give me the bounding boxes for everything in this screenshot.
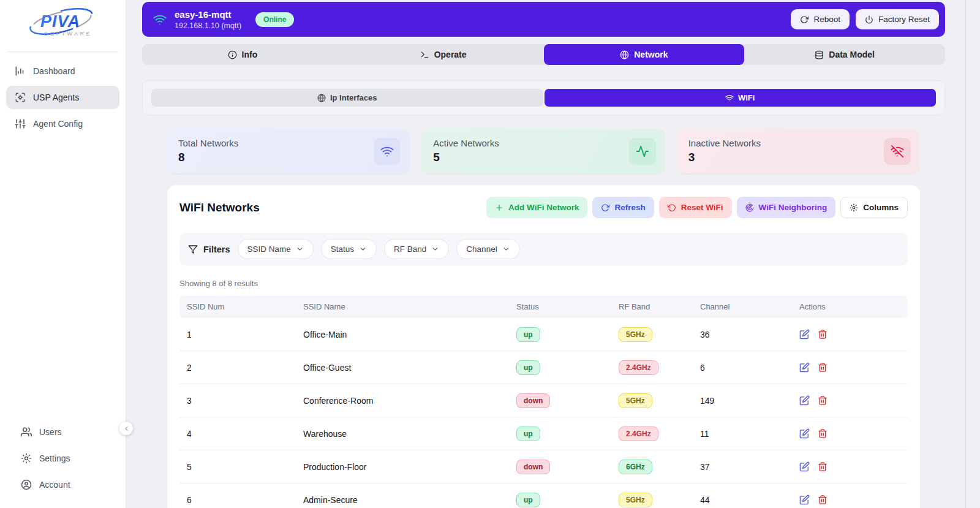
- wifi-off-icon: [891, 145, 904, 158]
- factory-reset-button[interactable]: Factory Reset: [856, 9, 939, 29]
- rf-band-badge: 5GHz: [619, 493, 652, 507]
- cell-status: down: [516, 460, 619, 474]
- device-header: easy-16-mqtt 192.168.1.10 (mqtt) Online …: [142, 2, 945, 37]
- add-wifi-network-button[interactable]: Add WiFi Network: [486, 197, 587, 218]
- chevron-down-icon: [431, 245, 439, 253]
- sidebar-item-account[interactable]: Account: [12, 473, 113, 496]
- cell-rf-band: 5GHz: [619, 327, 700, 342]
- cell-channel: 44: [700, 495, 799, 505]
- sidebar-item-label: Dashboard: [33, 66, 75, 76]
- cell-ssid-num: 3: [187, 396, 303, 406]
- rotate-ccw-icon: [668, 203, 676, 212]
- reset-wifi-button[interactable]: Reset WiFi: [659, 197, 732, 218]
- cell-ssid-name: Production-Floor: [303, 462, 516, 472]
- stat-value: 5: [433, 151, 499, 164]
- tab-data-model[interactable]: Data Model: [744, 44, 945, 65]
- sidebar-footer-nav: Users Settings Account: [6, 413, 119, 499]
- cell-channel: 11: [700, 429, 799, 439]
- edit-icon[interactable]: [799, 495, 810, 505]
- rf-band-badge: 5GHz: [619, 393, 652, 408]
- stat-card-active-networks: Active Networks 5: [422, 129, 665, 173]
- refresh-button[interactable]: Refresh: [592, 197, 654, 218]
- edit-icon[interactable]: [799, 461, 810, 472]
- sidebar-item-dashboard[interactable]: Dashboard: [6, 59, 119, 83]
- sidebar-item-usp-agents[interactable]: USP Agents: [6, 86, 119, 109]
- info-icon: [228, 50, 237, 59]
- cell-channel: 37: [700, 462, 799, 472]
- cell-status: up: [516, 493, 619, 507]
- subtab-wifi[interactable]: WiFi: [545, 89, 937, 107]
- database-icon: [815, 50, 824, 59]
- edit-icon[interactable]: [799, 428, 810, 439]
- terminal-icon: [420, 50, 429, 59]
- refresh-icon: [601, 203, 609, 212]
- trash-icon[interactable]: [818, 362, 827, 373]
- brand-logo: PIVA SOFTWARE: [26, 7, 100, 43]
- filter-rf-band-dropdown[interactable]: RF Band: [384, 239, 449, 259]
- trash-icon[interactable]: [818, 329, 827, 339]
- trash-icon[interactable]: [818, 495, 827, 505]
- cell-ssid-num: 5: [187, 462, 303, 472]
- table-row: 6 Admin-Secure up 5GHz 44: [179, 483, 908, 508]
- cell-status: down: [516, 393, 619, 408]
- stats-row: Total Networks 8 Active Networks 5 Inact…: [167, 129, 920, 173]
- status-badge: up: [516, 493, 540, 507]
- cell-ssid-num: 6: [187, 495, 303, 505]
- status-badge: up: [516, 360, 540, 375]
- tab-network[interactable]: Network: [544, 44, 745, 65]
- panel-header: WiFi Networks Add WiFi Network Refresh R…: [179, 197, 908, 218]
- tab-info[interactable]: Info: [142, 44, 343, 65]
- gear-icon: [21, 453, 32, 464]
- tab-operate[interactable]: Operate: [343, 44, 544, 65]
- filter-ssid-name-dropdown[interactable]: SSID Name: [238, 239, 314, 259]
- gear-icon: [850, 203, 858, 212]
- globe-icon: [620, 50, 629, 59]
- columns-button[interactable]: Columns: [840, 197, 908, 218]
- rf-band-badge: 6GHz: [619, 460, 652, 474]
- cell-ssid-num: 4: [187, 429, 303, 439]
- bar-chart-icon: [15, 66, 26, 77]
- scrollbar-track: [965, 0, 966, 508]
- trash-icon[interactable]: [818, 395, 827, 406]
- users-icon: [21, 426, 32, 438]
- rf-band-badge: 2.4GHz: [619, 426, 658, 441]
- cell-ssid-name: Office-Guest: [303, 363, 516, 373]
- edit-icon[interactable]: [799, 395, 810, 406]
- panel-actions: Add WiFi Network Refresh Reset WiFi WiFi…: [486, 197, 908, 218]
- sidebar-item-settings[interactable]: Settings: [12, 447, 113, 470]
- activity-icon: [636, 145, 649, 158]
- cell-actions: [799, 428, 908, 439]
- subtab-ip-interfaces[interactable]: Ip Interfaces: [151, 89, 543, 107]
- filter-channel-dropdown[interactable]: Channel: [456, 239, 519, 259]
- wifi-neighboring-button[interactable]: WiFi Neighboring: [737, 197, 836, 218]
- cell-ssid-num: 1: [187, 330, 303, 339]
- edit-icon[interactable]: [799, 329, 810, 339]
- edit-icon[interactable]: [799, 362, 810, 373]
- sidebar-collapse-button[interactable]: [119, 422, 133, 435]
- chevron-down-icon: [359, 245, 367, 253]
- table-row: 5 Production-Floor down 6GHz 37: [179, 450, 908, 483]
- status-badge: up: [516, 327, 540, 342]
- stat-value: 8: [178, 151, 238, 164]
- cell-ssid-name: Admin-Secure: [303, 495, 516, 505]
- device-info: easy-16-mqtt 192.168.1.10 (mqtt) Online: [153, 9, 294, 30]
- stat-label: Inactive Networks: [688, 138, 761, 148]
- cell-status: up: [516, 426, 619, 441]
- table-row: 3 Conference-Room down 5GHz 149: [179, 384, 908, 417]
- device-name-block: easy-16-mqtt 192.168.1.10 (mqtt): [175, 9, 241, 30]
- sidebar-item-agent-config[interactable]: Agent Config: [6, 112, 119, 135]
- filter-status-dropdown[interactable]: Status: [321, 239, 377, 259]
- device-name: easy-16-mqtt: [175, 9, 241, 20]
- sidebar-item-users[interactable]: Users: [12, 420, 113, 444]
- trash-icon[interactable]: [818, 428, 827, 439]
- trash-icon[interactable]: [818, 461, 827, 472]
- reboot-button[interactable]: Reboot: [791, 9, 850, 29]
- plus-icon: [495, 203, 503, 212]
- sidebar-item-label: Users: [39, 427, 62, 437]
- page-title: WiFi Networks: [179, 201, 260, 214]
- chevron-left-icon: [123, 425, 130, 432]
- cell-status: up: [516, 327, 619, 342]
- stat-card-total-networks: Total Networks 8: [167, 129, 410, 173]
- cell-ssid-name: Office-Main: [303, 330, 516, 339]
- cell-channel: 6: [700, 363, 799, 373]
